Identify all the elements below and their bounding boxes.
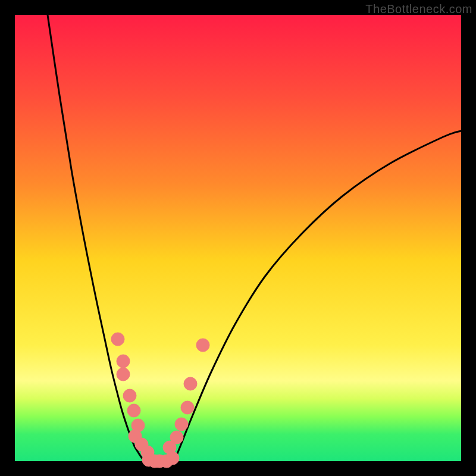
marker-group <box>111 333 209 468</box>
data-marker <box>117 355 130 368</box>
data-marker <box>127 404 140 417</box>
watermark-text: TheBottleneck.com <box>365 2 472 16</box>
data-marker <box>123 389 136 402</box>
data-marker <box>170 431 183 444</box>
data-marker <box>117 368 130 381</box>
bottleneck-curve <box>15 15 461 461</box>
data-marker <box>175 418 188 431</box>
curve-path <box>48 15 461 462</box>
data-marker <box>181 401 194 414</box>
data-marker <box>111 333 124 346</box>
data-marker <box>184 377 197 390</box>
data-marker <box>196 339 209 352</box>
